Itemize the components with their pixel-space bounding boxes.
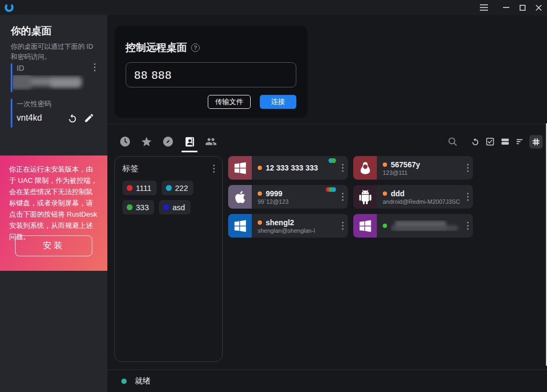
peer-name: 567567y: [391, 160, 420, 169]
peer-tabbar: [107, 131, 547, 152]
sort-by-icon[interactable]: [514, 136, 526, 147]
peer-status-dot: [383, 191, 387, 196]
windows-platform-icon: [353, 214, 377, 238]
peer-toolbar: [443, 135, 543, 149]
install-button[interactable]: 安装: [15, 235, 92, 256]
android-platform-icon: [353, 185, 377, 209]
tag-list: 1111222333asd: [122, 181, 215, 215]
minimize-button[interactable]: [499, 0, 514, 15]
refresh-peers-icon[interactable]: [469, 136, 481, 147]
tag-chip[interactable]: asd: [159, 200, 190, 215]
peer-info: shengl2shenglan@shenglan-l: [258, 218, 315, 234]
id-accent-bar: [11, 63, 12, 92]
connect-title: 控制远程桌面: [126, 41, 187, 55]
peer-name: 9999: [266, 189, 282, 198]
status-text: 就绪: [135, 376, 150, 386]
help-icon[interactable]: ?: [191, 43, 200, 52]
tab-favorites[interactable]: [141, 136, 152, 147]
tag-chip[interactable]: 333: [122, 200, 154, 215]
peer-card[interactable]: 999999`12@123: [228, 185, 348, 209]
select-peers-icon[interactable]: [484, 136, 496, 147]
tag-chip[interactable]: 222: [162, 181, 193, 195]
peer-info: 999999`12@123: [258, 189, 289, 205]
id-value-blurred: [13, 75, 85, 90]
section-divider: [107, 124, 547, 124]
tag-label: asd: [172, 203, 185, 212]
windows-platform-icon: [228, 156, 252, 180]
peer-name: ddd: [391, 189, 405, 198]
tag-chip[interactable]: 1111: [122, 181, 157, 195]
tag-color-dot: [163, 204, 169, 210]
peer-status-dot: [383, 162, 387, 167]
peer-menu-icon[interactable]: [467, 164, 469, 172]
tag-label: 333: [136, 203, 149, 212]
sidebar-title: 你的桌面: [11, 24, 52, 38]
connect-card: 控制远程桌面 ? 传输文件 连接: [114, 26, 308, 118]
peer-name: shengl2: [266, 218, 294, 227]
menu-icon[interactable]: [476, 0, 491, 15]
tags-panel: 标签 1111222333asd: [114, 156, 223, 362]
peer-card[interactable]: dddandroid@Redmi-M2007J3SC: [353, 185, 473, 209]
peer-card[interactable]: 12 333 333 333: [228, 156, 348, 180]
tag-label: 1111: [136, 184, 151, 193]
tag-color-dot: [166, 185, 172, 191]
peer-name-blurred: [391, 220, 461, 231]
peer-menu-icon[interactable]: [342, 164, 344, 172]
remote-id-input[interactable]: [126, 62, 296, 87]
install-warning-banner: 你正在运行未安装版本，由于 UAC 限制，作为被控端，会在某些情况下无法控制鼠标…: [0, 156, 107, 271]
tab-address-book[interactable]: [184, 136, 195, 147]
transfer-file-button[interactable]: 传输文件: [208, 95, 251, 109]
tags-menu-icon[interactable]: [213, 165, 215, 173]
peer-menu-icon[interactable]: [342, 222, 344, 230]
id-label: ID: [17, 64, 24, 72]
card-view-icon[interactable]: [499, 136, 511, 147]
status-dot: [121, 379, 127, 384]
tag-color-dot: [127, 185, 133, 191]
peer-username: shenglan@shenglan-l: [258, 227, 315, 234]
statusbar: 就绪: [107, 369, 547, 392]
maximize-button[interactable]: [515, 0, 530, 15]
grid-view-icon[interactable]: [529, 135, 543, 149]
peer-status-dot: [258, 166, 262, 170]
titlebar: [0, 0, 547, 15]
connect-button[interactable]: 连接: [260, 95, 296, 109]
peer-tag-dots: [328, 187, 336, 192]
tab-groups[interactable]: [205, 136, 217, 147]
windows-platform-icon: [228, 214, 252, 238]
peer-username: 123@111: [383, 169, 420, 176]
tag-label: 222: [175, 184, 188, 193]
edit-password-icon[interactable]: [84, 113, 96, 124]
refresh-password-icon[interactable]: [67, 113, 78, 124]
tab-recent-sessions[interactable]: [119, 136, 131, 147]
peer-card[interactable]: [353, 214, 473, 238]
peer-info: [383, 220, 461, 231]
warning-text: 你正在运行未安装版本，由于 UAC 限制，作为被控端，会在某些情况下无法控制鼠标…: [9, 164, 98, 242]
tag-color-dot: [127, 204, 133, 210]
peer-info: dddandroid@Redmi-M2007J3SC: [383, 189, 460, 205]
tab-discovered[interactable]: [162, 136, 174, 147]
password-label: 一次性密码: [17, 99, 52, 109]
peer-menu-icon[interactable]: [467, 222, 469, 230]
apple-platform-icon: [228, 185, 252, 209]
sidebar-description: 你的桌面可以通过下面的 ID 和密码访问。: [11, 42, 99, 63]
peer-status-dot: [258, 191, 262, 196]
search-icon[interactable]: [447, 136, 458, 147]
close-button[interactable]: [531, 0, 546, 15]
peer-card[interactable]: shengl2shenglan@shenglan-l: [228, 214, 348, 238]
sidebar: 你的桌面 你的桌面可以通过下面的 ID 和密码访问。 ID 一次性密码 vnt4…: [0, 15, 107, 392]
peer-username: android@Redmi-M2007J3SC: [383, 198, 460, 205]
peer-status-dot: [383, 224, 387, 228]
main-area: 控制远程桌面 ? 传输文件 连接: [107, 15, 547, 392]
password-value: vnt4kd: [17, 113, 42, 123]
id-menu-icon[interactable]: [94, 63, 96, 71]
peer-username: 99`12@123: [258, 198, 289, 205]
peer-name: 12 333 333 333: [266, 164, 318, 172]
peer-menu-icon[interactable]: [342, 193, 344, 201]
peer-status-dot: [258, 220, 262, 225]
tags-title: 标签: [122, 164, 138, 174]
peer-card[interactable]: 567567y123@111: [353, 156, 473, 180]
password-accent-bar: [11, 99, 12, 128]
peer-menu-icon[interactable]: [467, 193, 469, 201]
peer-tag-dots: [331, 158, 336, 163]
peer-info: 12 333 333 333: [258, 164, 318, 172]
